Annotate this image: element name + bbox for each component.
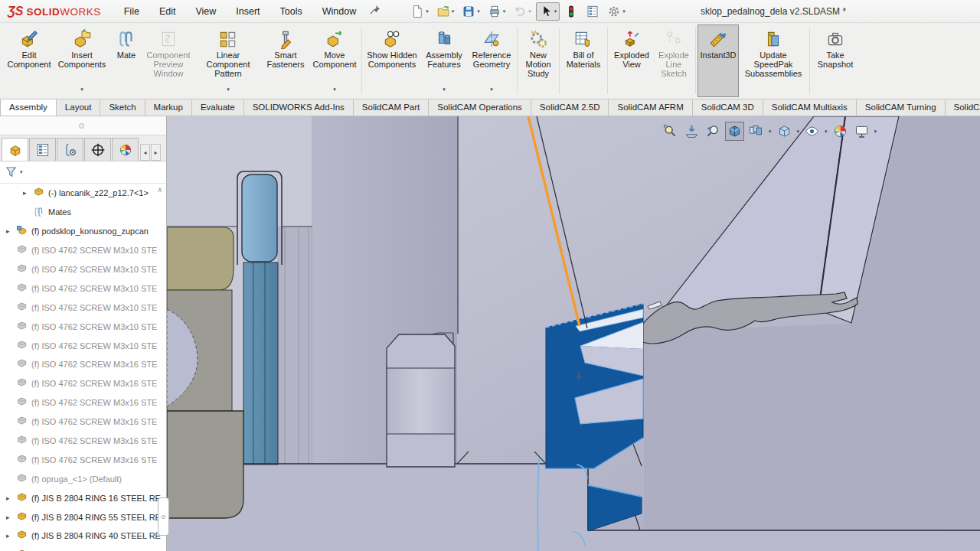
view-settings-button[interactable] [852,122,871,141]
ribbon-button-new-motion-study[interactable]: New Motion Study [519,24,557,97]
menu-file[interactable]: File [124,6,139,17]
tab-solidcam-2-5d[interactable]: SolidCAM 2.5D [531,99,609,116]
dropdown-icon[interactable]: ▾ [769,129,772,135]
ribbon-button-mate[interactable]: Mate [110,24,142,97]
menu-insert[interactable]: Insert [236,6,260,17]
zoom-to-area-button[interactable] [682,122,701,141]
solidcam-simulator-button[interactable] [561,2,581,21]
panel-splitter[interactable] [0,116,166,135]
tree-item[interactable]: (f) ISO 4762 SCREW M3x16 STE [0,432,166,451]
expand-arrow-icon[interactable]: ▸ [6,532,16,540]
tab-solidcam-3d[interactable]: SolidCAM 3D [693,99,763,116]
tree-item[interactable]: (f) ISO 4762 SCREW M3x16 STE [0,393,166,412]
tree-item[interactable]: (f) ISO 4762 SCREW M3x10 STE [0,279,166,298]
tree-item[interactable]: Mates [0,203,166,222]
tab-displaymanager[interactable] [112,138,139,161]
dropdown-icon[interactable]: ▾ [528,8,531,15]
spacer-strip[interactable] [277,227,312,464]
ribbon-button-smart-fasteners[interactable]: Smart Fasteners [262,24,309,97]
viewport-canvas[interactable] [167,116,980,551]
ribbon-button-insert-components[interactable]: Insert Components▾ [54,24,110,97]
tree-scroll-up-icon[interactable]: ∧ [157,186,162,194]
filter-dropdown-icon[interactable]: ▾ [20,169,23,175]
ribbon-button-linear-component-pattern[interactable]: Linear Component Pattern▾ [194,24,262,97]
tab-solidcam-afrm[interactable]: SolidCAM AFRM [609,99,692,116]
dropdown-icon[interactable]: ▾ [452,8,455,15]
zoom-to-fit-button[interactable] [661,122,680,141]
bearing-cone-khaki[interactable] [167,227,234,290]
ribbon-button-assembly-features[interactable]: Assembly Features▾ [420,24,468,97]
tab-featuremanager-design-tree[interactable] [2,138,28,161]
pin-icon[interactable] [370,4,381,18]
ribbon-button-take-snapshot[interactable]: Take Snapshot [812,24,859,97]
tab-layout[interactable]: Layout [57,99,101,116]
dropdown-icon[interactable]: ▾ [825,129,828,135]
tab-dimxpertmanager[interactable] [84,138,111,161]
ribbon-button-component-preview-window[interactable]: Component Preview Window [142,24,194,97]
menu-view[interactable]: View [195,6,216,17]
seal-cross-section[interactable] [242,174,277,262]
ribbon-button-show-hidden-components[interactable]: Show Hidden Components [364,24,420,97]
ribbon-button-bill-of-materials[interactable]: Bill of Materials [561,24,606,97]
dropdown-icon[interactable]: ▾ [443,85,446,94]
tab-solidcam-operations[interactable]: SolidCAM Operations [429,99,531,116]
bushing-cross-section[interactable] [243,262,278,465]
tab-propertymanager[interactable] [29,138,56,161]
tab-evaluate[interactable]: Evaluate [192,99,244,116]
tree-item[interactable]: ▸(f) podsklop_konusnog_zupcan [0,222,166,241]
tab-solidcam-turning[interactable]: SolidCAM Turning [857,99,946,116]
tree-item[interactable]: (f) ISO 4762 SCREW M3x16 STE [0,450,166,469]
tree-item[interactable]: (f) ISO 4762 SCREW M3x10 STE [0,317,166,336]
expand-arrow-icon[interactable]: ▸ [6,494,16,502]
dropdown-icon[interactable]: ▾ [503,8,506,15]
tab-solidcam-multiaxis[interactable]: SolidCAM Multiaxis [763,99,857,116]
ribbon-button-exploded-view[interactable]: Exploded View [609,24,654,97]
undo-button[interactable]: ▾ [510,2,534,21]
tab-solidcam-templates[interactable]: SolidCAM Templates [946,99,980,116]
graphics-viewport[interactable]: ▾▾▾▾ [167,116,980,551]
display-style-button[interactable] [775,122,794,141]
dropdown-icon[interactable]: ▾ [227,85,230,94]
view-orientation-button[interactable] [746,122,766,141]
tree-item[interactable]: ▸(f) JIS B 2804 RING 16 STEEL RE [0,488,166,507]
panel-nav-prev[interactable]: ◂ [140,144,150,161]
dropdown-icon[interactable]: ▾ [477,8,480,15]
tab-assembly[interactable]: Assembly [0,99,57,116]
tab-sketch[interactable]: Sketch [100,99,145,116]
edit-appearance-button[interactable] [831,122,850,141]
filter-funnel-icon[interactable] [5,165,18,179]
dropdown-icon[interactable]: ▾ [797,129,800,135]
save-document-button[interactable]: ▾ [459,2,483,21]
dropdown-icon[interactable]: ▾ [622,8,626,15]
print-document-button[interactable]: ▾ [485,2,509,21]
ribbon-button-move-component[interactable]: Move Component▾ [309,24,360,97]
tree-item[interactable]: (f) ISO 4762 SCREW M3x10 STE [0,260,166,279]
tree-item[interactable]: ▸(f) JIS B 2804 RING 40 STEEL RE [0,527,166,546]
ribbon-button-explode-line-sketch[interactable]: Explode Line Sketch [654,24,694,97]
select-cursor-button[interactable]: ▾ [536,2,560,21]
section-view-button[interactable] [725,122,744,141]
bearing-cup-gray[interactable] [167,411,243,518]
expand-arrow-icon[interactable]: ▸ [6,514,16,521]
tree-item[interactable]: (f) ISO 4762 SCREW M3x10 STE [0,336,166,355]
tree-item-partial[interactable]: ▸ [0,546,166,551]
tab-configurationmanager[interactable] [57,138,83,161]
panel-flyout-handle[interactable] [158,497,169,536]
hide-show-items-button[interactable] [802,122,822,141]
open-document-button[interactable]: ▾ [433,2,458,21]
previous-view-button[interactable] [704,122,723,141]
tree-item[interactable]: (f) ISO 4762 SCREW M3x10 STE [0,241,166,260]
tree-item[interactable]: (f) ISO 4762 SCREW M3x16 STE [0,355,166,374]
dropdown-icon[interactable]: ▾ [426,8,429,15]
menu-window[interactable]: Window [322,6,356,17]
tab-solidcam-part[interactable]: SolidCAM Part [354,99,429,116]
tab-solidworks-add-ins[interactable]: SOLIDWORKS Add-Ins [244,99,354,116]
tree-item[interactable]: (f) ISO 4762 SCREW M3x10 STE [0,298,166,317]
tab-markup[interactable]: Markup [145,99,192,116]
dropdown-icon[interactable]: ▾ [80,85,83,94]
sprocket-section[interactable] [546,304,643,468]
expand-arrow-icon[interactable]: ▸ [23,189,33,197]
ribbon-button-update-speedpak-subassemblies[interactable]: Update SpeedPak Subassemblies [739,24,808,97]
options-gear-button[interactable]: ▾ [604,2,629,21]
document-properties-list-button[interactable] [583,2,603,21]
